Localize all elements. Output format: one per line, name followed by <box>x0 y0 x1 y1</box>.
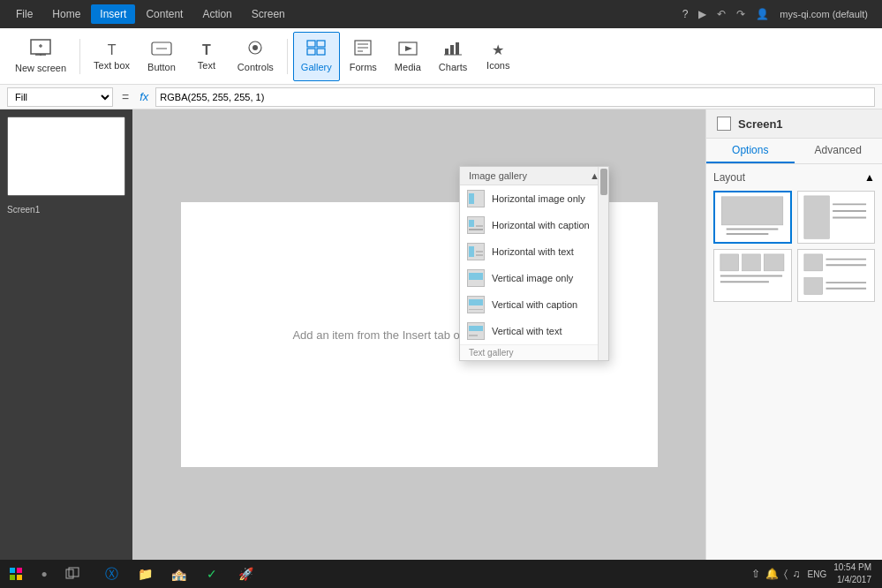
media-label: Media <box>395 62 421 72</box>
dropdown-scroll-thumb <box>600 169 607 195</box>
menu-home[interactable]: Home <box>43 4 89 24</box>
menu-file[interactable]: File <box>7 4 41 24</box>
charts-label: Charts <box>439 62 467 72</box>
dropdown-header: Image gallery ▲ <box>460 167 608 185</box>
icons-button[interactable]: ★ Icons <box>477 32 519 81</box>
main-layout: Screen1 Add an item from the Insert tab … <box>0 109 882 560</box>
taskbar-store[interactable]: 🏤 <box>162 562 194 586</box>
svg-rect-33 <box>469 273 483 280</box>
svg-rect-56 <box>804 277 823 294</box>
svg-rect-31 <box>476 251 483 253</box>
dropdown-item-3[interactable]: Horizontal with text <box>460 238 608 265</box>
canvas-area: Add an item from the Insert tab or conne… <box>132 109 705 560</box>
layout-option-1[interactable] <box>713 191 792 244</box>
tray-icon-2[interactable]: 🔔 <box>765 568 779 580</box>
tray-network-icon[interactable]: 〈 <box>784 568 788 580</box>
horizontal-with-caption-icon <box>467 216 485 234</box>
tab-options[interactable]: Options <box>706 139 795 163</box>
fx-label: fx <box>138 90 150 103</box>
layout-option-3[interactable] <box>713 249 792 302</box>
svg-rect-10 <box>317 41 325 47</box>
menu-action[interactable]: Action <box>193 4 240 24</box>
user-name[interactable]: mys-qi.com (default) <box>780 9 868 19</box>
taskbar-other-app[interactable]: 🚀 <box>230 562 261 586</box>
svg-marker-18 <box>405 46 412 51</box>
menu-bar: File Home Insert Content Action Screen ?… <box>0 0 882 28</box>
svg-rect-30 <box>476 246 483 249</box>
tray-icon-1[interactable]: ⇧ <box>751 568 760 580</box>
media-button[interactable]: Media <box>387 32 429 81</box>
new-screen-button[interactable]: New screen <box>7 32 74 81</box>
dropdown-item-5-label: Vertical with caption <box>492 299 577 310</box>
taskbar-lang: ENG <box>808 569 827 579</box>
dropdown-item-2[interactable]: Horizontal with caption <box>460 212 608 238</box>
dropdown-item-1[interactable]: Horizontal image only <box>460 185 608 212</box>
vertical-image-only-icon <box>467 269 485 287</box>
svg-rect-59 <box>10 568 15 573</box>
cortana-button[interactable]: ● <box>32 562 57 586</box>
text-icon: T <box>202 42 211 58</box>
forms-label: Forms <box>350 62 377 72</box>
tab-advanced[interactable]: Advanced <box>795 139 883 163</box>
svg-rect-60 <box>17 568 22 573</box>
right-panel-tabs: Options Advanced <box>706 139 882 164</box>
layout-option-2[interactable] <box>797 191 876 244</box>
dropdown-item-4[interactable]: Vertical image only <box>460 265 608 291</box>
svg-rect-20 <box>450 45 454 55</box>
svg-rect-53 <box>804 254 823 271</box>
svg-rect-37 <box>469 309 483 310</box>
forms-icon <box>354 40 372 60</box>
tray-volume-icon[interactable]: ♫ <box>793 568 801 580</box>
svg-rect-36 <box>469 306 483 308</box>
icons-label: Icons <box>486 60 509 71</box>
controls-button[interactable]: Controls <box>230 32 282 81</box>
button-label: Button <box>147 62 176 72</box>
screen-thumb-label: Screen1 <box>7 203 125 216</box>
canvas-hint-text: Add an item from the Insert tab <box>292 328 449 342</box>
separator-2 <box>287 39 288 74</box>
menu-insert[interactable]: Insert <box>91 4 135 24</box>
forms-button[interactable]: Forms <box>342 32 385 81</box>
dropdown-item-5[interactable]: Vertical with caption <box>460 291 608 318</box>
svg-rect-48 <box>720 254 739 271</box>
screen-icon <box>717 117 731 131</box>
taskbar-explorer[interactable]: 📁 <box>129 562 161 586</box>
right-panel-title: Screen1 <box>738 117 783 131</box>
horizontal-image-only-icon <box>467 190 485 207</box>
formula-bar: Fill = fx <box>0 85 882 109</box>
user-icon[interactable]: 👤 <box>756 8 769 20</box>
screen-thumb-inner <box>8 117 124 195</box>
task-view-button[interactable] <box>60 562 85 586</box>
button-button[interactable]: Button <box>139 32 184 81</box>
gallery-dropdown: Image gallery ▲ Horizontal image only <box>459 166 609 361</box>
taskbar-whatsapp[interactable]: ✓ <box>196 562 228 586</box>
svg-rect-11 <box>307 49 315 55</box>
svg-rect-19 <box>445 49 449 55</box>
svg-rect-34 <box>469 281 483 283</box>
undo-button[interactable]: ↶ <box>717 8 726 20</box>
screen-thumbnail[interactable] <box>7 117 125 196</box>
layout-collapse-icon[interactable]: ▲ <box>864 171 875 184</box>
menu-content[interactable]: Content <box>137 4 192 24</box>
redo-button[interactable]: ↷ <box>736 8 745 20</box>
text-box-icon: T <box>108 42 117 58</box>
dropdown-scrollbar[interactable] <box>598 167 608 360</box>
help-icon[interactable]: ? <box>682 8 689 20</box>
menu-screen[interactable]: Screen <box>243 4 294 24</box>
text-box-button[interactable]: T Text box <box>86 32 138 81</box>
charts-button[interactable]: Charts <box>431 32 475 81</box>
gallery-label: Gallery <box>301 62 332 72</box>
start-button[interactable] <box>4 562 28 586</box>
formula-input[interactable] <box>155 87 875 107</box>
gallery-button[interactable]: Gallery <box>293 32 340 81</box>
layout-option-4[interactable] <box>797 249 876 302</box>
dropdown-item-2-label: Horizontal with caption <box>492 220 590 230</box>
windows-taskbar: ● Ⓧ 📁 🏤 ✓ 🚀 ⇧ 🔔 〈 ♫ ENG 10:54 PM 1/4/201… <box>0 560 882 588</box>
dropdown-item-3-label: Horizontal with text <box>492 246 574 257</box>
taskbar-edge[interactable]: Ⓧ <box>95 562 127 586</box>
text-button[interactable]: T Text <box>185 32 228 81</box>
layout-section-label: Layout <box>713 171 745 184</box>
play-button[interactable]: ▶ <box>698 8 706 20</box>
dropdown-item-6[interactable]: Vertical with text <box>460 318 608 344</box>
property-dropdown[interactable]: Fill <box>7 87 113 107</box>
